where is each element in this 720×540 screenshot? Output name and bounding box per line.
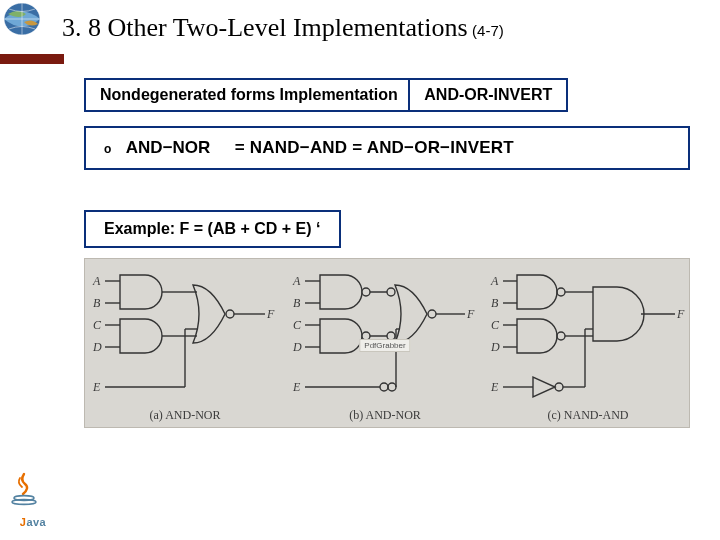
circuit-c-svg — [485, 259, 691, 427]
java-wordmark: Java — [20, 516, 46, 528]
equation-lhs: AND−NOR — [126, 138, 211, 157]
label-a2: A — [293, 274, 300, 289]
java-cup-icon — [10, 472, 38, 506]
circuit-a-svg — [85, 259, 285, 427]
caption-c: (c) NAND-AND — [485, 408, 691, 423]
section-label-text: AND-OR-INVERT — [424, 86, 552, 103]
label-c2: C — [293, 318, 301, 333]
page-title: 3. 8 Other Two-Level Implementations (4-… — [62, 13, 504, 43]
label-a3: A — [491, 274, 498, 289]
bullet-icon: o — [104, 142, 111, 156]
content-area: Nondegenerated forms Implementation AND-… — [0, 64, 720, 428]
svg-point-29 — [388, 383, 396, 391]
label-f: F — [267, 307, 274, 322]
circuit-figure: A B C D E F (a) AND-NOR — [84, 258, 690, 428]
figure-panel-c: A B C D E F (c) NAND-AND — [485, 259, 691, 427]
label-b: B — [93, 296, 100, 311]
svg-point-47 — [12, 500, 36, 505]
svg-point-8 — [226, 310, 234, 318]
title-sub: (4-7) — [472, 22, 504, 39]
label-a: A — [93, 274, 100, 289]
example-text: Example: F = (AB + CD + E) ‘ — [104, 220, 321, 237]
label-c3: C — [491, 318, 499, 333]
svg-point-25 — [428, 310, 436, 318]
label-f3: F — [677, 307, 684, 322]
label-e3: E — [491, 380, 498, 395]
label-b2: B — [293, 296, 300, 311]
java-logo: Java — [10, 472, 56, 528]
title-bar: 3. 8 Other Two-Level Implementations (4-… — [0, 0, 720, 52]
title-main: 3. 8 Other Two-Level Implementations — [62, 13, 468, 42]
label-e2: E — [293, 380, 300, 395]
section-label-box: AND-OR-INVERT — [408, 78, 568, 112]
label-d3: D — [491, 340, 500, 355]
globe-icon — [6, 8, 54, 48]
label-f2: F — [467, 307, 474, 322]
accent-bar — [0, 54, 64, 64]
subtitle-text: Nondegenerated forms Implementation — [100, 86, 398, 103]
svg-point-18 — [362, 288, 370, 296]
java-ava: ava — [26, 516, 46, 528]
example-box: Example: F = (AB + CD + E) ‘ — [84, 210, 341, 248]
caption-b: (b) AND-NOR — [285, 408, 485, 423]
svg-point-19 — [387, 288, 395, 296]
watermark: PdfGrabber — [359, 339, 410, 352]
subtitle-box: Nondegenerated forms Implementation — [84, 78, 414, 112]
caption-a: (a) AND-NOR — [85, 408, 285, 423]
label-e: E — [93, 380, 100, 395]
svg-point-32 — [557, 288, 565, 296]
equation-rhs: = NAND−AND = AND−OR−INVERT — [235, 138, 514, 157]
figure-panel-b: A B C D E F PdfGrabber (b) AND-NOR — [285, 259, 485, 427]
label-d: D — [93, 340, 102, 355]
label-c: C — [93, 318, 101, 333]
label-d2: D — [293, 340, 302, 355]
svg-point-28 — [380, 383, 388, 391]
figure-panel-a: A B C D E F (a) AND-NOR — [85, 259, 285, 427]
equation-box: o AND−NOR = NAND−AND = AND−OR−INVERT — [84, 126, 690, 170]
svg-point-36 — [557, 332, 565, 340]
label-b3: B — [491, 296, 498, 311]
